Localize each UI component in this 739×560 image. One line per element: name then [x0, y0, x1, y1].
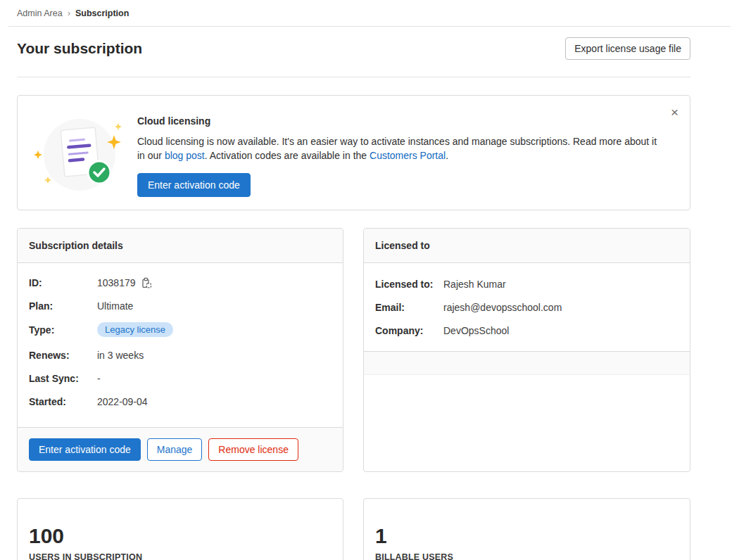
banner-content: Cloud licensing Cloud licensing is now a…	[137, 113, 659, 197]
banner-title: Cloud licensing	[137, 115, 659, 127]
row-company: Company: DevOpsSchool	[375, 324, 678, 338]
breadcrumb: Admin Area › Subscription	[8, 0, 731, 27]
enter-activation-code-button[interactable]: Enter activation code	[29, 438, 141, 461]
row-last-sync-value: -	[97, 373, 101, 384]
row-id-label: ID:	[29, 277, 97, 288]
subscription-details-body: ID: 1038179 Plan: Ultimate	[18, 263, 343, 424]
row-started-label: Started:	[29, 396, 97, 407]
licensed-to-body: Licensed to: Rajesh Kumar Email: rajesh@…	[364, 263, 690, 352]
close-icon[interactable]: ×	[669, 104, 680, 120]
subscription-details-footer: Enter activation code Manage Remove lice…	[18, 427, 343, 471]
remove-license-button[interactable]: Remove license	[208, 438, 298, 461]
users-in-subscription-label: USERS IN SUBSCRIPTION	[29, 552, 331, 560]
breadcrumb-admin-area-link[interactable]: Admin Area	[17, 8, 63, 18]
billable-users-card: 1 BILLABLE USERS	[363, 498, 690, 560]
row-last-sync-label: Last Sync:	[29, 373, 97, 384]
row-email-label: Email:	[375, 302, 443, 313]
breadcrumb-current-page: Subscription	[75, 8, 129, 18]
row-company-value: DevOpsSchool	[443, 325, 509, 336]
row-email-value: rajesh@devopsschool.com	[443, 302, 562, 313]
main-content: Your subscription Export license usage f…	[17, 27, 690, 560]
billable-users-value: 1	[375, 524, 678, 547]
row-plan-label: Plan:	[29, 300, 97, 312]
users-in-subscription-card: 100 USERS IN SUBSCRIPTION	[17, 498, 343, 560]
subscription-details-card: Subscription details ID: 1038179	[17, 228, 343, 472]
users-in-subscription-value: 100	[29, 524, 331, 547]
row-licensed-to: Licensed to: Rajesh Kumar	[375, 277, 678, 291]
row-email: Email: rajesh@devopsschool.com	[375, 300, 678, 314]
copy-to-clipboard-icon[interactable]	[141, 277, 152, 288]
licensed-to-card: Licensed to Licensed to: Rajesh Kumar Em…	[363, 228, 690, 472]
row-type-label: Type:	[29, 324, 97, 336]
row-id-value: 1038179	[97, 277, 152, 288]
licensed-to-filler	[364, 375, 690, 471]
subscription-details-header: Subscription details	[18, 229, 343, 263]
banner-description: Cloud licensing is now available. It's a…	[137, 134, 659, 163]
row-id: ID: 1038179	[29, 276, 331, 290]
page-title: Your subscription	[17, 40, 142, 57]
row-renews-label: Renews:	[29, 350, 97, 361]
row-plan: Plan: Ultimate	[29, 299, 331, 313]
export-license-usage-button[interactable]: Export license usage file	[565, 37, 690, 60]
row-renews-value: in 3 weeks	[97, 350, 144, 361]
chevron-right-icon: ›	[68, 8, 70, 18]
usage-stats-row: 100 USERS IN SUBSCRIPTION 1 BILLABLE USE…	[17, 498, 690, 560]
blog-post-link[interactable]: blog post	[165, 150, 205, 161]
row-plan-value: Ultimate	[97, 300, 133, 312]
empty-section-strip	[364, 352, 690, 375]
legacy-license-badge: Legacy license	[97, 322, 173, 337]
cloud-licensing-banner: Cloud licensing Cloud licensing is now a…	[17, 95, 690, 210]
row-licensed-to-label: Licensed to:	[375, 279, 443, 290]
manage-button[interactable]: Manage	[147, 438, 203, 461]
row-started-value: 2022-09-04	[97, 396, 148, 407]
banner-enter-activation-code-button[interactable]: Enter activation code	[137, 173, 251, 197]
row-last-sync: Last Sync: -	[29, 371, 331, 386]
customers-portal-link[interactable]: Customers Portal	[370, 150, 446, 161]
page-header: Your subscription Export license usage f…	[17, 27, 690, 77]
row-company-label: Company:	[375, 325, 443, 336]
row-started: Started: 2022-09-04	[29, 395, 331, 409]
row-renews: Renews: in 3 weeks	[29, 348, 331, 362]
billable-users-label: BILLABLE USERS	[375, 552, 678, 560]
details-cards-row: Subscription details ID: 1038179	[17, 228, 690, 472]
row-type: Type: Legacy license	[29, 322, 331, 337]
document-check-illustration-icon	[34, 111, 123, 193]
licensed-to-header: Licensed to	[364, 229, 690, 263]
row-licensed-to-value: Rajesh Kumar	[443, 279, 506, 290]
